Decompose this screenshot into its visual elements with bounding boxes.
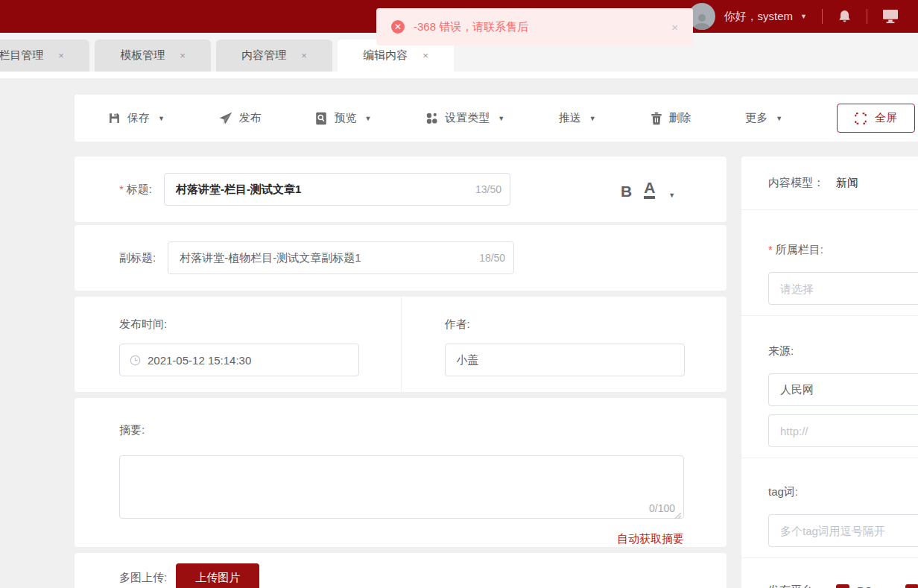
- error-icon: ✕: [391, 20, 405, 34]
- auto-summary-link[interactable]: 自动获取摘要: [119, 532, 684, 546]
- platform-label: 发布平台：: [768, 584, 824, 588]
- action-toolbar: 保存 ▼ 发布 预览 ▼ 设置类型 ▼ 推送 ▼: [75, 95, 918, 142]
- push-button[interactable]: 推送 ▼: [559, 111, 596, 125]
- summary-card: 摘要: 0/100 自动获取摘要: [75, 398, 727, 547]
- upload-image-button[interactable]: 上传图片: [176, 563, 259, 588]
- close-icon[interactable]: ×: [301, 50, 307, 61]
- topbar-divider: [822, 9, 823, 24]
- save-label: 保存: [127, 111, 150, 125]
- category-section: *所属栏目:: [741, 210, 918, 316]
- bold-button[interactable]: B: [621, 183, 632, 199]
- author-field: 作者:: [401, 297, 727, 392]
- content-model-section: 内容模型： 新闻: [741, 157, 918, 210]
- chevron-down-icon: ▼: [158, 115, 165, 122]
- publish-time-value: 2021-05-12 15:14:30: [148, 354, 251, 367]
- tab-column-management[interactable]: 栏目管理 ×: [0, 39, 89, 72]
- tab-label: 模板管理: [120, 48, 165, 63]
- user-greeting[interactable]: 你好，system: [724, 10, 794, 24]
- fullscreen-button[interactable]: 全屏: [837, 104, 915, 133]
- close-icon[interactable]: ×: [671, 21, 678, 34]
- publish-time-field: 发布时间: 2021-05-12 15:14:30: [75, 297, 401, 392]
- publish-button[interactable]: 发布: [219, 111, 262, 125]
- tab-label: 栏目管理: [0, 48, 43, 63]
- required-asterisk: *: [768, 243, 773, 256]
- category-label: *所属栏目:: [768, 243, 918, 257]
- set-type-button[interactable]: 设置类型 ▼: [425, 111, 504, 125]
- source-url-input[interactable]: [768, 414, 918, 447]
- tabbar-underlay: [0, 72, 918, 78]
- settings-panel: 内容模型： 新闻 *所属栏目: 来源: tag词: 发布平台： ✓ PC ✓: [741, 157, 918, 588]
- author-label: 作者:: [445, 317, 727, 332]
- more-button[interactable]: 更多 ▼: [745, 111, 782, 125]
- preview-label: 预览: [334, 111, 356, 125]
- user-icon: [692, 12, 712, 30]
- more-label: 更多: [745, 111, 767, 125]
- title-card: *标题: 13/50 B A ▼: [75, 157, 727, 222]
- source-label: 来源:: [768, 344, 918, 358]
- tags-input[interactable]: [768, 514, 918, 547]
- close-icon[interactable]: ×: [422, 50, 428, 61]
- content-model-label: 内容模型：: [768, 176, 824, 190]
- publish-time-label: 发布时间:: [119, 317, 401, 332]
- subtitle-card: 副标题: 18/50: [75, 225, 727, 291]
- pc-checkbox[interactable]: ✓: [836, 584, 849, 588]
- close-icon[interactable]: ×: [58, 50, 64, 61]
- push-label: 推送: [559, 111, 581, 125]
- fullscreen-icon: [855, 113, 867, 124]
- subtitle-input[interactable]: [168, 241, 514, 274]
- category-icon: [425, 112, 438, 124]
- meta-card: 发布时间: 2021-05-12 15:14:30 作者:: [75, 297, 727, 392]
- chevron-down-icon: ▼: [589, 115, 596, 122]
- save-button[interactable]: 保存 ▼: [108, 111, 165, 125]
- platform-checkbox-2[interactable]: ✓: [905, 584, 918, 588]
- platform-options: ✓ PC ✓: [836, 584, 918, 588]
- summary-textarea[interactable]: [119, 455, 684, 519]
- format-controls: B A ▼: [621, 180, 675, 199]
- fullscreen-label: 全屏: [875, 111, 897, 125]
- preview-icon: [315, 112, 327, 125]
- source-input[interactable]: [768, 373, 918, 406]
- tab-template-management[interactable]: 模板管理 ×: [95, 39, 211, 72]
- error-message: -368 错误，请联系售后: [414, 20, 528, 34]
- chevron-down-icon: ▼: [364, 115, 371, 122]
- chevron-down-icon: ▼: [776, 115, 782, 122]
- font-color-button[interactable]: A: [644, 180, 655, 199]
- monitor-button[interactable]: [882, 9, 899, 24]
- platform-section: 发布平台： ✓ PC ✓: [741, 558, 918, 588]
- delete-button[interactable]: 删除: [650, 111, 691, 125]
- publish-time-input[interactable]: 2021-05-12 15:14:30: [119, 344, 359, 376]
- error-toast: ✕ -368 错误，请联系售后 ×: [376, 8, 693, 45]
- title-label: *标题:: [119, 183, 152, 197]
- category-select[interactable]: [768, 272, 918, 305]
- tab-label: 内容管理: [241, 48, 286, 63]
- subtitle-label: 副标题:: [119, 251, 156, 265]
- tab-content-management[interactable]: 内容管理 ×: [216, 39, 332, 72]
- send-icon: [219, 112, 232, 125]
- close-icon[interactable]: ×: [180, 50, 186, 61]
- content-model-value: 新闻: [836, 176, 858, 190]
- publish-label: 发布: [239, 111, 262, 125]
- multi-image-card: 多图上传: 上传图片: [75, 553, 727, 588]
- multi-image-label: 多图上传:: [119, 571, 167, 585]
- chevron-down-icon[interactable]: ▼: [668, 192, 675, 199]
- tags-section: tag词:: [741, 458, 918, 558]
- bell-icon: [838, 9, 852, 24]
- chevron-down-icon: ▼: [498, 115, 504, 122]
- clock-icon: [130, 355, 141, 366]
- save-icon: [108, 112, 121, 124]
- chevron-down-icon[interactable]: ▼: [800, 13, 807, 20]
- tab-label: 编辑内容: [363, 48, 408, 63]
- pc-checkbox-label: PC: [857, 584, 873, 588]
- set-type-label: 设置类型: [445, 111, 490, 125]
- required-asterisk: *: [119, 183, 124, 195]
- topbar-divider: [867, 9, 867, 24]
- title-input[interactable]: [164, 173, 510, 206]
- notifications-button[interactable]: [838, 9, 852, 24]
- trash-icon: [650, 112, 662, 125]
- author-input[interactable]: [445, 344, 685, 376]
- source-section: 来源:: [741, 316, 918, 458]
- summary-label: 摘要:: [119, 423, 684, 437]
- delete-label: 删除: [669, 111, 691, 125]
- preview-button[interactable]: 预览 ▼: [315, 111, 371, 125]
- tags-label: tag词:: [768, 485, 918, 499]
